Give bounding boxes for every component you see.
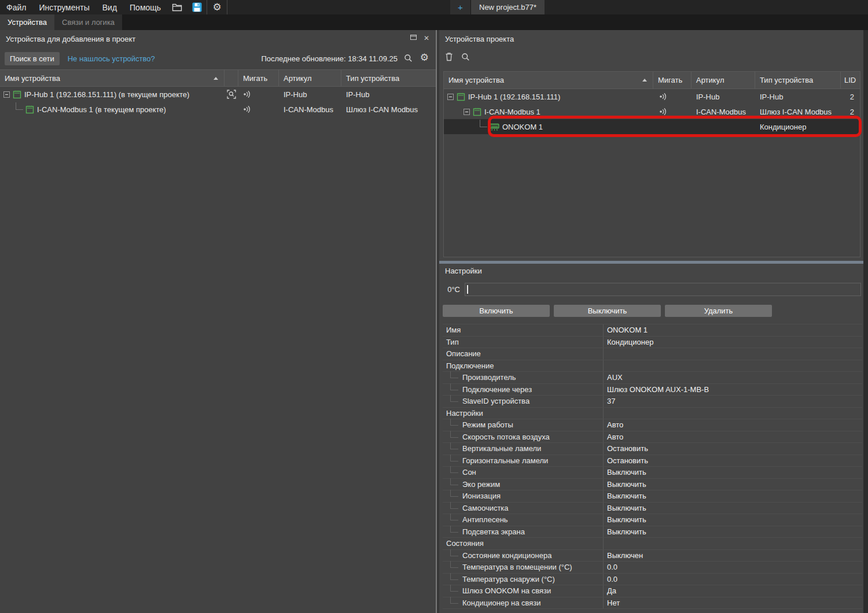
search-icon[interactable] xyxy=(461,53,470,61)
property-value[interactable]: AUX xyxy=(603,372,862,383)
device-module-icon xyxy=(13,90,21,99)
blink-icon[interactable] xyxy=(659,93,668,101)
property-value[interactable]: Остановить xyxy=(603,455,862,467)
column-device-name[interactable]: Имя устройства xyxy=(444,72,653,88)
property-value[interactable] xyxy=(603,348,862,360)
menu-file[interactable]: Файл xyxy=(0,0,32,14)
close-panel-icon[interactable]: ✕ xyxy=(424,34,429,42)
property-value[interactable]: Авто xyxy=(603,419,862,431)
property-group-row: Настройки xyxy=(443,408,862,420)
table-row[interactable]: IP-Hub 1 (192.168.151.111) IP-Hub IP-Hub… xyxy=(444,89,860,104)
property-name: Настройки xyxy=(443,408,603,419)
scan-search-icon[interactable] xyxy=(227,90,236,99)
column-article[interactable]: Артикул xyxy=(279,70,341,86)
property-row: Подключение черезШлюз ONOKOM AUX-1-MB-B xyxy=(443,384,862,396)
blink-icon[interactable] xyxy=(243,90,252,98)
property-value[interactable]: Выключить xyxy=(603,526,862,538)
float-panel-icon[interactable] xyxy=(410,34,417,40)
property-value[interactable]: Выключить xyxy=(603,514,862,526)
property-value[interactable]: Выключить xyxy=(603,479,862,490)
menu-view[interactable]: Вид xyxy=(96,0,123,14)
search-icon[interactable] xyxy=(404,54,413,62)
device-not-found-link[interactable]: Не нашлось устройство? xyxy=(68,54,155,63)
property-value[interactable]: ONOKOM 1 xyxy=(603,324,862,336)
column-blink[interactable]: Мигать xyxy=(238,70,279,86)
new-project-tab-button[interactable]: + xyxy=(450,0,471,14)
turn-off-button[interactable]: Выключить xyxy=(554,305,661,317)
property-row: Состояние кондиционераВыключен xyxy=(443,550,862,562)
property-name: Производитель xyxy=(443,372,603,383)
table-row-selected-onokom[interactable]: ONOKOM 1 Кондиционер xyxy=(444,119,860,134)
property-value[interactable]: Шлюз ONOKOM AUX-1-MB-B xyxy=(603,384,862,396)
save-icon[interactable] xyxy=(187,0,207,14)
column-blink[interactable]: Мигать xyxy=(653,72,692,88)
column-lid[interactable]: LID xyxy=(841,72,860,88)
property-name: Температура снаружи (°C) xyxy=(443,574,603,585)
property-row: Подсветка экранаВыключить xyxy=(443,526,862,538)
last-update-text: Последнее обновление: 18:34 11.09.25 xyxy=(261,54,398,63)
tab-devices[interactable]: Устройства xyxy=(0,14,54,30)
property-row: Температура в помещении (°C)0.0 xyxy=(443,562,862,574)
scan-settings-gear-icon[interactable]: ⚙ xyxy=(420,53,429,62)
property-value[interactable]: Выключить xyxy=(603,503,862,514)
table-row[interactable]: I-CAN-Modbus 1 I-CAN-Modbus Шлюз I-CAN M… xyxy=(444,104,860,119)
open-folder-icon[interactable] xyxy=(167,0,187,14)
property-row: SlaveID устройства37 xyxy=(443,396,862,408)
property-name: Вертикальные ламели xyxy=(443,443,603,455)
property-row: Режим работыАвто xyxy=(443,419,862,431)
project-devices-table: Имя устройства Мигать Артикул Тип устрой… xyxy=(443,71,860,257)
column-device-type[interactable]: Тип устройства xyxy=(341,70,436,86)
settings-gear-icon[interactable]: ⚙ xyxy=(207,0,227,14)
property-name: Скорость потока воздуха xyxy=(443,431,603,443)
property-value xyxy=(603,408,862,419)
property-row: СамоочисткаВыключить xyxy=(443,503,862,515)
text-caret xyxy=(467,285,468,294)
property-value[interactable]: Выключить xyxy=(603,490,862,502)
project-tab[interactable]: New project.b77* xyxy=(471,0,545,14)
collapse-icon[interactable] xyxy=(447,94,454,100)
property-value xyxy=(603,360,862,372)
property-value[interactable]: 0.0 xyxy=(603,562,862,573)
device-module-icon xyxy=(25,105,34,114)
table-row[interactable]: I-CAN-Modbus 1 (в текущем проекте) I-CAN… xyxy=(0,102,436,117)
property-name: Температура в помещении (°C) xyxy=(443,562,603,573)
property-value[interactable]: Авто xyxy=(603,431,862,443)
property-value[interactable]: Выключен xyxy=(603,550,862,562)
tab-links-logic[interactable]: Связи и логика xyxy=(54,14,122,30)
table-header: Имя устройства Мигать Артикул Тип устрой… xyxy=(0,69,436,87)
property-value[interactable]: 0.0 xyxy=(603,574,862,585)
blink-icon[interactable] xyxy=(659,108,668,116)
search-network-button[interactable]: Поиск в сети xyxy=(5,52,60,65)
property-group-row: Подключение xyxy=(443,360,862,372)
collapse-icon[interactable] xyxy=(3,91,10,98)
blink-icon[interactable] xyxy=(243,105,252,113)
column-article[interactable]: Артикул xyxy=(692,72,755,88)
property-row: СонВыключить xyxy=(443,467,862,479)
delete-device-icon[interactable] xyxy=(445,52,453,61)
collapse-icon[interactable] xyxy=(464,109,470,115)
menu-help[interactable]: Помощь xyxy=(123,0,167,14)
menu-tools[interactable]: Инструменты xyxy=(32,0,95,14)
property-value[interactable]: Остановить xyxy=(603,443,862,455)
property-row: ИонизацияВыключить xyxy=(443,490,862,503)
column-device-type[interactable]: Тип устройства xyxy=(755,72,841,88)
right-panel-title: Устройства проекта xyxy=(445,35,514,43)
turn-on-button[interactable]: Включить xyxy=(443,305,550,317)
table-row[interactable]: IP-Hub 1 (192.168.151.111) (в текущем пр… xyxy=(0,87,436,102)
temperature-input[interactable] xyxy=(465,283,861,296)
delete-button[interactable]: Удалить xyxy=(665,305,772,317)
horizontal-splitter[interactable] xyxy=(439,261,863,264)
property-row: Вертикальные ламелиОстановить xyxy=(443,443,862,455)
property-value[interactable]: 37 xyxy=(603,396,862,407)
property-value[interactable]: Да xyxy=(603,585,862,597)
property-name: Горизонтальные ламели xyxy=(443,455,603,467)
property-value[interactable]: Выключить xyxy=(603,467,862,478)
property-value[interactable]: Нет xyxy=(603,597,862,609)
property-name: SlaveID устройства xyxy=(443,396,603,407)
column-scan[interactable] xyxy=(225,70,238,86)
property-name: Имя xyxy=(443,324,603,336)
left-panel-title: Устройства для добавления в проект xyxy=(6,35,135,43)
column-device-name[interactable]: Имя устройства xyxy=(0,70,225,86)
property-value[interactable]: Кондиционер xyxy=(603,337,862,348)
property-row: ТипКондиционер xyxy=(443,337,862,349)
